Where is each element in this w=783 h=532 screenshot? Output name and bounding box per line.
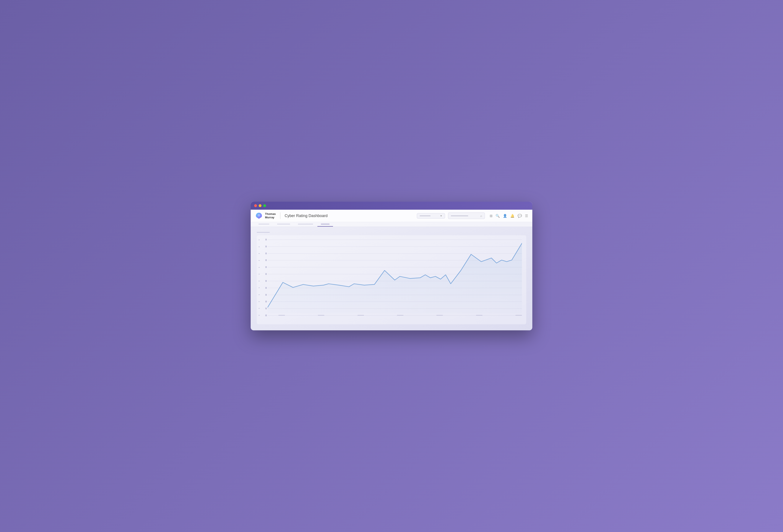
x-label-apr [397, 315, 403, 316]
maximize-button[interactable] [263, 204, 266, 207]
user-icon[interactable]: 👤 [503, 214, 507, 218]
search-icon[interactable]: ⌕ [480, 214, 482, 217]
logo-icon [255, 212, 263, 220]
entity-dropdown[interactable]: ▼ [417, 213, 445, 219]
nav-icons: ⊞ 🔍 👤 🔔 💬 ☰ [490, 214, 528, 218]
close-button[interactable] [254, 204, 257, 207]
chart-container [251, 227, 532, 330]
dropdown-value-placeholder [420, 216, 431, 216]
y-axis [258, 240, 260, 316]
search-icon[interactable]: 🔍 [496, 214, 500, 218]
chart-area [257, 235, 526, 324]
x-axis [268, 313, 522, 316]
nav-divider [280, 213, 280, 219]
tab-analytics[interactable] [274, 222, 293, 226]
x-label-jun [476, 315, 482, 316]
search-value-placeholder [451, 216, 468, 216]
search-bar[interactable]: ⌕ [448, 213, 485, 219]
tab-overview[interactable] [255, 222, 273, 226]
tab-settings[interactable] [317, 222, 333, 226]
x-label-mar [357, 315, 364, 316]
chat-icon[interactable]: 💬 [518, 214, 522, 218]
grid-icon[interactable]: ⊞ [490, 214, 493, 218]
page-title: Cyber Rating Dashboard [285, 214, 327, 218]
minimize-button[interactable] [259, 204, 261, 207]
x-label-may [436, 315, 443, 316]
menu-icon[interactable]: ☰ [525, 214, 528, 218]
title-bar [251, 202, 532, 210]
x-label-jul [515, 315, 522, 316]
chart-label [257, 232, 526, 232]
browser-window: Thomas Murray Cyber Rating Dashboard ▼ ⌕… [251, 202, 532, 330]
nav-bar: Thomas Murray Cyber Rating Dashboard ▼ ⌕… [251, 210, 532, 222]
tab-reports[interactable] [294, 222, 317, 226]
bell-icon[interactable]: 🔔 [510, 214, 514, 218]
line-chart [268, 240, 522, 313]
tabs-bar [251, 222, 532, 227]
logo-text: Thomas Murray [265, 212, 276, 219]
x-label-jan [278, 315, 285, 316]
logo-area: Thomas Murray [255, 212, 276, 220]
chevron-down-icon: ▼ [440, 215, 442, 217]
x-label-feb [318, 315, 324, 316]
